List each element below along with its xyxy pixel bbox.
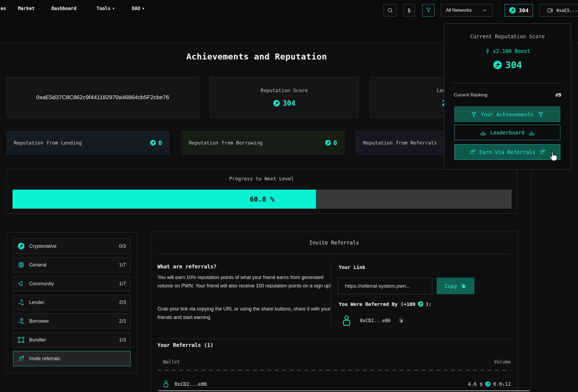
reputation-badge-button[interactable]: 304 xyxy=(505,4,533,17)
your-link-label: Your Link xyxy=(339,264,365,270)
dao-caret-icon: ▼ xyxy=(142,5,144,12)
bundler-frame-icon xyxy=(18,336,25,343)
referred-by-line: You Were Referred By (+100 ): xyxy=(339,301,431,307)
category-item-general[interactable]: General 1/7 xyxy=(13,257,130,272)
category-item-lender[interactable]: Lender 2/3 xyxy=(13,295,130,310)
popup-score-value: 304 xyxy=(505,59,522,70)
coin-icon xyxy=(485,381,491,387)
trophy-icon xyxy=(537,111,544,118)
currency-button[interactable]: $ xyxy=(403,4,415,17)
category-count: 2/3 xyxy=(119,318,126,324)
nav-item-market[interactable]: Market xyxy=(18,5,35,12)
ranking-value: #9 xyxy=(555,92,561,98)
person-avatar-icon xyxy=(341,313,352,328)
globe-icon xyxy=(18,261,25,268)
referral-people-icon xyxy=(18,355,25,362)
reputation-score-value: 304 xyxy=(283,99,296,107)
reputation-coin-icon xyxy=(509,7,516,14)
referral-volume-usd: 4.6 $ xyxy=(468,381,483,387)
nav-item-clipped[interactable]: es xyxy=(1,5,6,12)
copy-link-button[interactable]: Copy xyxy=(437,278,474,294)
category-label: Invite referrals xyxy=(29,356,126,362)
wallet-address-card: 0xaE5d37C8C862c9f441182970a46864cb5F2cbe… xyxy=(7,77,199,117)
category-count: 0/3 xyxy=(119,243,126,249)
earn-via-referrals-button[interactable]: Earn Via Referrals xyxy=(454,144,560,160)
copy-icon xyxy=(460,283,466,289)
reputation-score-card: Reputation Score 304 xyxy=(210,77,358,117)
lightning-icon xyxy=(485,48,491,54)
funnel-icon xyxy=(425,7,432,14)
category-label: Community xyxy=(29,281,115,287)
nav-item-dashboard[interactable]: Dashboard xyxy=(51,5,76,12)
reputation-from-borrowing-card: Reputation from Borrowing 0 xyxy=(182,131,344,155)
column-volume: Volume xyxy=(494,359,511,365)
category-item-bundler[interactable]: Bundler 1/3 xyxy=(13,332,130,347)
achievement-categories-list: Cryptonative 0/3 General 1/7 Community 1… xyxy=(6,232,137,373)
wallet-icon xyxy=(547,7,553,14)
rep-lending-label: Reputation from Lending xyxy=(14,140,82,146)
network-selector[interactable]: All Networks xyxy=(441,4,493,17)
invite-referrals-title: Invite Referrals xyxy=(151,240,518,246)
rep-borrowing-label: Reputation from Borrowing xyxy=(189,140,263,146)
category-item-borrower[interactable]: Borrower 2/3 xyxy=(13,313,130,329)
person-avatar-icon xyxy=(162,379,170,388)
popup-score-line: 304 xyxy=(444,59,571,70)
copy-address-icon[interactable] xyxy=(398,318,404,324)
your-achievements-label: Your Achievements xyxy=(481,111,534,117)
boost-value: x2.100 Boost xyxy=(493,48,530,54)
category-label: Lender xyxy=(29,300,115,305)
reputation-badge-value: 304 xyxy=(519,7,529,14)
rep-referrals-label: Reputation from Referrals xyxy=(363,140,437,146)
referral-people-icon xyxy=(469,149,476,155)
reputation-score-label: Reputation Score xyxy=(261,87,308,93)
nav-item-tools[interactable]: Tools▼ xyxy=(97,5,114,12)
ranking-label: Current Ranking xyxy=(454,92,487,98)
coin-icon xyxy=(493,60,502,70)
podium-icon xyxy=(528,129,535,136)
category-label: General xyxy=(29,262,115,268)
panel-divider xyxy=(157,254,511,254)
progress-section: Progress to Next Level 60.8 % xyxy=(6,169,517,214)
category-item-invite-referrals[interactable]: Invite referrals xyxy=(13,351,130,366)
category-count: 1/3 xyxy=(119,337,126,343)
referrer-row: 0xCD2...e86 xyxy=(341,313,404,328)
referral-people-icon xyxy=(539,149,546,155)
your-achievements-button[interactable]: Your Achievements xyxy=(454,106,560,122)
earn-via-referrals-label: Earn Via Referrals xyxy=(479,149,535,155)
popup-title: Current Reputation Score xyxy=(444,33,571,39)
referrals-paragraph-1: You will earn 10% reputation points of w… xyxy=(157,273,331,290)
referrer-address: 0xCD2...e86 xyxy=(360,318,391,323)
filter-button[interactable] xyxy=(422,4,434,17)
nav-item-tools-label: Tools xyxy=(97,6,110,11)
tools-caret-icon: ▼ xyxy=(113,5,114,12)
megaphone-icon xyxy=(18,280,25,287)
search-button[interactable] xyxy=(384,4,397,17)
horizontal-scrollbar[interactable] xyxy=(158,390,530,391)
wallet-button[interactable]: 0xaE5...e xyxy=(539,4,578,17)
rep-lending-value: 0 xyxy=(158,139,162,146)
page-title: Achievements and Reputation xyxy=(0,52,513,61)
referrals-table-header: Wallet Volume xyxy=(157,359,511,365)
your-referrals-title: Your Referrals (1) xyxy=(157,342,213,348)
referrals-paragraph-2: Grab your link via copying the URL or us… xyxy=(157,305,331,322)
reputation-popup: Current Reputation Score x2.100 Boost 30… xyxy=(444,23,571,170)
category-label: Bundler xyxy=(29,337,115,343)
table-dashed-divider xyxy=(157,370,511,371)
category-item-cryptonative[interactable]: Cryptonative 0/3 xyxy=(13,239,130,254)
referral-table-row: 0xCD2...e86 4.6 $ 0.0₅12 xyxy=(157,376,511,392)
lender-hand-icon xyxy=(18,299,25,306)
leaderboard-button[interactable]: Leaderboard xyxy=(454,125,560,140)
category-item-community[interactable]: Community 1/7 xyxy=(13,276,130,291)
cryptonative-coin-icon xyxy=(18,243,25,250)
referred-by-suffix: ): xyxy=(426,301,432,307)
category-label: Cryptonative xyxy=(29,243,115,249)
category-label: Borrower xyxy=(29,318,115,324)
nav-item-dao[interactable]: DAO▼ xyxy=(132,5,144,12)
category-count: 1/7 xyxy=(119,262,126,268)
network-selector-label: All Networks xyxy=(446,8,471,13)
referral-wallet: 0xCD2...e86 xyxy=(175,381,207,387)
referred-by-label: You Were Referred By (+100 xyxy=(339,301,415,307)
coin-icon xyxy=(273,100,280,107)
referral-link-input[interactable] xyxy=(338,278,432,294)
borrower-hand-icon xyxy=(18,318,25,325)
